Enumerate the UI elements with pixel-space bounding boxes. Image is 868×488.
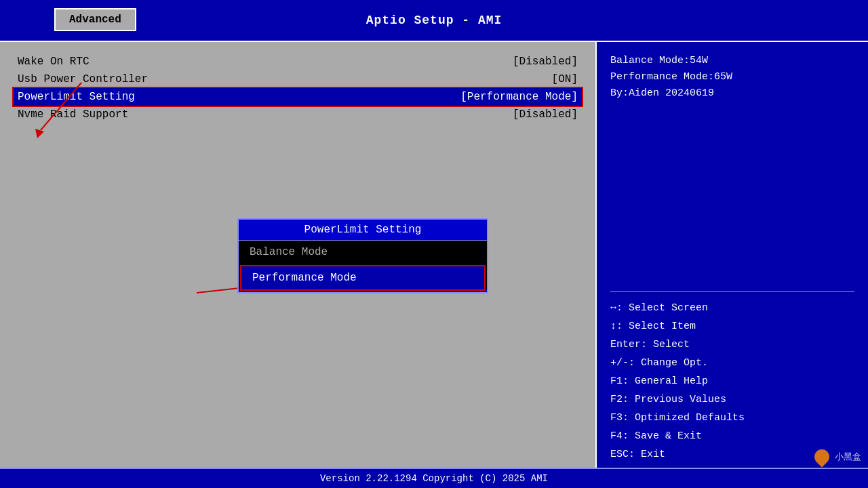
popup-title: PowerLimit Setting xyxy=(239,220,487,241)
info-line-2: Performance Mode:65W xyxy=(610,69,854,85)
row-usb-power[interactable]: Usb Power Controller [ON] xyxy=(14,70,582,88)
help-select-screen: ↔: Select Screen xyxy=(610,299,854,317)
help-text: ↔: Select Screen ↕: Select Item Enter: S… xyxy=(610,299,854,464)
watermark: 小黑盒 xyxy=(814,449,861,464)
usb-power-label: Usb Power Controller xyxy=(18,73,148,85)
popup-body: Balance Mode Performance Mode xyxy=(239,241,487,289)
help-f4: F4: Save & Exit xyxy=(610,427,854,445)
wake-on-rtc-label: Wake On RTC xyxy=(18,56,90,68)
help-select-item: ↕: Select Item xyxy=(610,317,854,336)
top-bar: Advanced Aptio Setup - AMI xyxy=(0,0,868,41)
bios-title: Aptio Setup - AMI xyxy=(366,14,502,27)
help-f2: F2: Previous Values xyxy=(610,390,854,409)
info-text: Balance Mode:54W Performance Mode:65W By… xyxy=(610,53,854,102)
row-wake-on-rtc[interactable]: Wake On RTC [Disabled] xyxy=(14,53,582,70)
popup-item-performance[interactable]: Performance Mode xyxy=(241,266,484,289)
right-panel: Balance Mode:54W Performance Mode:65W By… xyxy=(597,42,868,474)
row-nvme-raid[interactable]: Nvme Raid Support [Disabled] xyxy=(14,106,582,123)
info-line-1: Balance Mode:54W xyxy=(610,53,854,69)
help-change-opt: +/-: Change Opt. xyxy=(610,354,854,372)
usb-power-value: [ON] xyxy=(552,73,578,85)
popup-container: PowerLimit Setting Balance Mode Performa… xyxy=(237,218,488,293)
popup-item-balance[interactable]: Balance Mode xyxy=(239,241,487,264)
bottom-bar: Version 2.22.1294 Copyright (C) 2025 AMI xyxy=(0,468,868,488)
nvme-raid-value: [Disabled] xyxy=(513,108,578,121)
watermark-icon xyxy=(811,446,832,467)
main-area: Wake On RTC [Disabled] Usb Power Control… xyxy=(0,41,868,474)
divider xyxy=(610,291,854,292)
wake-on-rtc-value: [Disabled] xyxy=(513,56,578,68)
help-enter: Enter: Select xyxy=(610,336,854,354)
svg-marker-1 xyxy=(35,129,44,138)
help-f3: F3: Optimized Defaults xyxy=(610,409,854,427)
powerlimit-label: PowerLimit Setting xyxy=(18,91,135,103)
tab-advanced[interactable]: Advanced xyxy=(54,8,136,31)
watermark-text: 小黑盒 xyxy=(835,451,861,463)
nvme-raid-label: Nvme Raid Support xyxy=(18,108,128,121)
left-panel: Wake On RTC [Disabled] Usb Power Control… xyxy=(0,42,597,474)
row-powerlimit[interactable]: PowerLimit Setting [Performance Mode] xyxy=(14,88,582,106)
info-line-3: By:Aiden 20240619 xyxy=(610,85,854,102)
help-f1: F1: General Help xyxy=(610,372,854,390)
powerlimit-dropdown[interactable]: PowerLimit Setting Balance Mode Performa… xyxy=(237,218,488,293)
version-text: Version 2.22.1294 Copyright (C) 2025 AMI xyxy=(320,473,548,484)
powerlimit-value: [Performance Mode] xyxy=(460,91,578,103)
